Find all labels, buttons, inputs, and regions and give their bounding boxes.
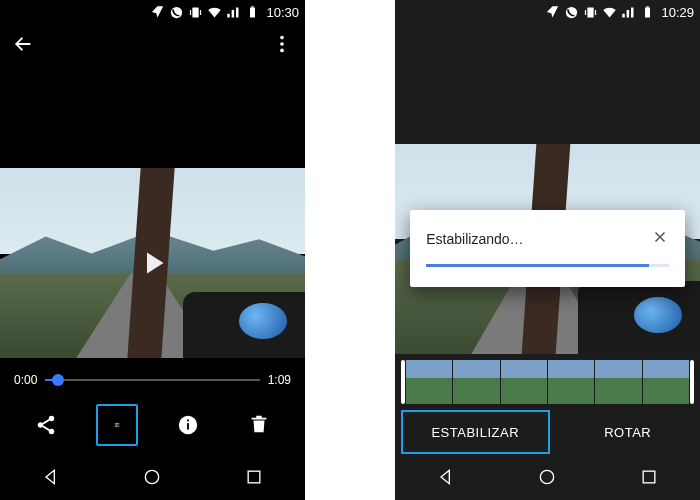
- close-icon: [651, 228, 669, 246]
- svg-rect-12: [116, 426, 117, 428]
- thumb-frame[interactable]: [595, 360, 641, 404]
- square-recents-icon: [244, 467, 264, 487]
- nav-home[interactable]: [142, 467, 162, 491]
- status-time: 10:29: [661, 5, 694, 20]
- edit-button[interactable]: [96, 404, 138, 446]
- svg-point-26: [541, 470, 554, 483]
- nav-bar: [0, 458, 305, 500]
- more-vert-icon: [271, 33, 293, 55]
- share-icon: [35, 414, 57, 436]
- play-icon: [135, 245, 171, 281]
- svg-point-10: [37, 422, 43, 428]
- signal-icon: [621, 5, 636, 20]
- app-bar: [0, 24, 305, 68]
- trim-handle-left[interactable]: [401, 360, 405, 404]
- whatsapp-icon: [564, 5, 579, 20]
- svg-rect-14: [117, 423, 118, 425]
- tab-stabilize[interactable]: ESTABILIZAR: [401, 410, 550, 454]
- time-current: 0:00: [14, 373, 37, 387]
- battery-icon: [640, 5, 655, 20]
- whatsapp-icon: [169, 5, 184, 20]
- triangle-back-icon: [41, 467, 61, 487]
- overflow-button[interactable]: [271, 33, 293, 59]
- trash-icon: [248, 414, 270, 436]
- nav-bar: [395, 458, 700, 500]
- svg-rect-13: [116, 424, 117, 426]
- nav-recents[interactable]: [639, 467, 659, 491]
- svg-rect-19: [248, 471, 260, 483]
- thumb-frame[interactable]: [501, 360, 547, 404]
- battery-icon: [245, 5, 260, 20]
- video-preview[interactable]: [0, 168, 305, 358]
- delete-button[interactable]: [238, 404, 280, 446]
- location-icon: [150, 5, 165, 20]
- svg-rect-27: [643, 471, 655, 483]
- nav-recents[interactable]: [244, 467, 264, 491]
- square-recents-icon: [639, 467, 659, 487]
- share-button[interactable]: [25, 404, 67, 446]
- thumb-frame[interactable]: [643, 360, 689, 404]
- arrow-left-icon: [12, 33, 34, 55]
- svg-rect-4: [250, 7, 255, 17]
- progress-bar: [426, 264, 669, 267]
- seek-slider[interactable]: [45, 370, 259, 390]
- phone-left: 10:30 0:00 1:09: [0, 0, 305, 500]
- phone-right: 10:29 Estabilizando… ESTABILIZAR ROTA: [395, 0, 700, 500]
- nav-back[interactable]: [436, 467, 456, 491]
- vibrate-icon: [583, 5, 598, 20]
- time-duration: 1:09: [268, 373, 291, 387]
- wifi-icon: [207, 5, 222, 20]
- progress-dialog: Estabilizando…: [410, 210, 685, 287]
- svg-point-11: [48, 429, 54, 435]
- status-bar: 10:29: [395, 0, 700, 24]
- svg-rect-24: [645, 7, 650, 17]
- svg-point-20: [566, 6, 577, 17]
- svg-rect-23: [595, 10, 596, 15]
- circle-home-icon: [537, 467, 557, 487]
- seek-row: 0:00 1:09: [0, 358, 305, 390]
- svg-rect-3: [200, 10, 201, 15]
- svg-point-0: [171, 6, 182, 17]
- svg-rect-2: [190, 10, 191, 15]
- location-icon: [545, 5, 560, 20]
- svg-point-6: [280, 36, 284, 40]
- vibrate-icon: [188, 5, 203, 20]
- tune-icon: [114, 414, 120, 436]
- tab-label: ROTAR: [604, 425, 651, 440]
- svg-point-18: [146, 470, 159, 483]
- svg-rect-25: [647, 6, 650, 7]
- nav-home[interactable]: [537, 467, 557, 491]
- triangle-back-icon: [436, 467, 456, 487]
- tab-label: ESTABILIZAR: [431, 425, 519, 440]
- bottom-actions: [0, 390, 305, 454]
- svg-rect-17: [187, 420, 189, 422]
- dialog-close-button[interactable]: [651, 228, 669, 250]
- svg-rect-22: [585, 10, 586, 15]
- svg-rect-16: [187, 423, 189, 429]
- play-button[interactable]: [133, 243, 173, 283]
- svg-rect-1: [193, 7, 199, 17]
- trim-handle-right[interactable]: [690, 360, 694, 404]
- status-bar: 10:30: [0, 0, 305, 24]
- svg-point-7: [280, 42, 284, 46]
- thumb-frame[interactable]: [453, 360, 499, 404]
- svg-point-9: [48, 416, 54, 422]
- svg-point-8: [280, 49, 284, 53]
- dialog-title: Estabilizando…: [426, 231, 523, 247]
- back-button[interactable]: [12, 33, 34, 59]
- svg-rect-21: [588, 7, 594, 17]
- info-icon: [177, 414, 199, 436]
- circle-home-icon: [142, 467, 162, 487]
- timeline-filmstrip[interactable]: [395, 360, 700, 404]
- info-button[interactable]: [167, 404, 209, 446]
- signal-icon: [226, 5, 241, 20]
- status-time: 10:30: [266, 5, 299, 20]
- thumb-frame[interactable]: [548, 360, 594, 404]
- nav-back[interactable]: [41, 467, 61, 491]
- wifi-icon: [602, 5, 617, 20]
- tab-rotate[interactable]: ROTAR: [556, 406, 701, 458]
- svg-rect-5: [252, 6, 255, 7]
- thumb-frame[interactable]: [406, 360, 452, 404]
- edit-tabs: ESTABILIZAR ROTAR: [395, 406, 700, 458]
